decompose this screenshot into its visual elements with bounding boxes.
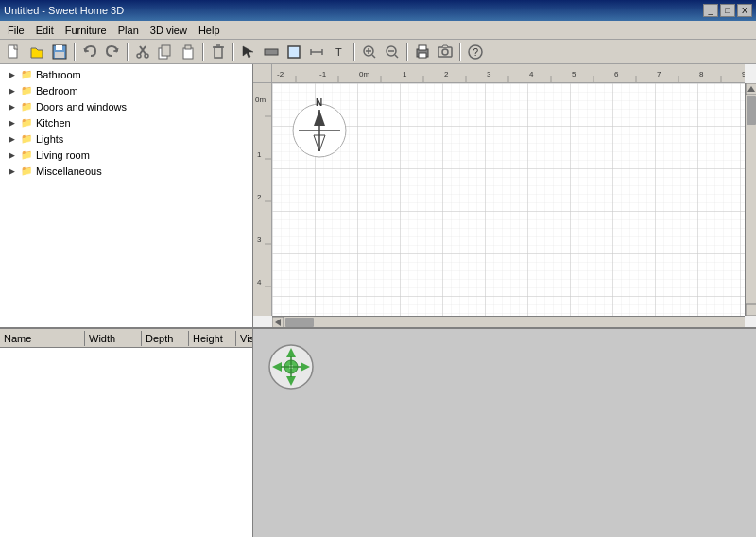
tree-toggle-living[interactable]: ▶	[4, 147, 19, 163]
tree-label-living: Living room	[36, 149, 90, 161]
help-button[interactable]: ?	[465, 42, 486, 62]
furniture-table: Name Width Depth Height Visible	[0, 329, 252, 537]
close-button[interactable]: X	[737, 4, 752, 17]
ruler-top-svg: -2 -1 0m 1 2 3 4 5 6	[272, 64, 745, 83]
left-panel: ▶ 📁 Bathroom ▶ 📁 Bedroom ▶ 📁 Doors and w…	[0, 64, 253, 537]
col-header-depth[interactable]: Depth	[142, 331, 189, 346]
svg-text:?: ?	[473, 47, 479, 58]
svg-rect-83	[747, 96, 756, 125]
tree-item-miscellaneous[interactable]: ▶ 📁 Miscellaneous	[2, 163, 250, 179]
titlebar: Untitled - Sweet Home 3D _ □ X	[0, 0, 756, 21]
room-button[interactable]	[284, 42, 304, 62]
tree-label-bedroom: Bedroom	[36, 85, 78, 96]
redo-button[interactable]	[102, 42, 123, 62]
svg-text:3: 3	[487, 70, 491, 78]
vscroll-svg	[746, 83, 756, 316]
menu-edit[interactable]: Edit	[30, 23, 60, 38]
table-header: Name Width Depth Height Visible	[0, 329, 252, 348]
label-button[interactable]: T	[329, 42, 350, 62]
tree-item-bathroom[interactable]: ▶ 📁 Bathroom	[2, 66, 250, 82]
svg-rect-12	[215, 47, 222, 58]
svg-rect-29	[419, 45, 426, 50]
undo-button[interactable]	[79, 42, 100, 62]
svg-text:1: 1	[257, 150, 262, 159]
horizontal-scrollbar[interactable]	[272, 316, 745, 327]
tree-toggle-misc[interactable]: ▶	[4, 164, 19, 179]
floorplan[interactable]: -2 -1 0m 1 2 3 4 5 6	[253, 64, 756, 329]
col-header-width[interactable]: Width	[85, 331, 142, 346]
open-button[interactable]	[26, 42, 47, 62]
nav-control[interactable]	[267, 343, 315, 390]
svg-text:3: 3	[257, 235, 262, 244]
cut-button[interactable]	[132, 42, 153, 62]
sep1	[74, 43, 76, 61]
svg-rect-87	[285, 318, 314, 327]
col-header-name[interactable]: Name	[0, 331, 85, 346]
svg-text:6: 6	[614, 70, 619, 78]
tree-item-living-room[interactable]: ▶ 📁 Living room	[2, 147, 250, 163]
tree-item-bedroom[interactable]: ▶ 📁 Bedroom	[2, 82, 250, 98]
menu-furniture[interactable]: Furniture	[60, 23, 112, 38]
svg-text:5: 5	[572, 70, 576, 78]
photo-button[interactable]	[435, 42, 455, 62]
svg-text:1: 1	[403, 70, 407, 78]
svg-text:4: 4	[257, 278, 262, 286]
svg-rect-15	[265, 49, 278, 55]
col-header-visible[interactable]: Visible	[236, 331, 252, 346]
svg-rect-84	[746, 304, 756, 316]
svg-rect-61	[253, 83, 272, 316]
menubar: File Edit Furniture Plan 3D view Help	[0, 21, 756, 40]
tree-toggle-bathroom[interactable]: ▶	[4, 67, 19, 82]
ruler-left: 0m 1 2 3 4 5	[253, 83, 272, 316]
menu-help[interactable]: Help	[193, 23, 226, 38]
zoom-in-button[interactable]	[359, 42, 380, 62]
tree-toggle-bedroom[interactable]: ▶	[4, 83, 19, 98]
col-header-height[interactable]: Height	[189, 331, 236, 346]
tree-label-misc: Miscellaneous	[36, 165, 102, 177]
tree-item-kitchen[interactable]: ▶ 📁 Kitchen	[2, 114, 250, 130]
new-button[interactable]	[4, 42, 25, 62]
grid-area[interactable]: N	[272, 83, 745, 316]
wall-button[interactable]	[261, 42, 282, 62]
nav-control-svg	[267, 343, 315, 390]
tree-toggle-lights[interactable]: ▶	[4, 131, 19, 147]
menu-3dview[interactable]: 3D view	[145, 23, 193, 38]
vertical-scrollbar[interactable]	[745, 83, 756, 316]
hscroll-svg	[272, 317, 745, 328]
print-button[interactable]	[412, 42, 433, 62]
toolbar: T ?	[0, 40, 756, 64]
sep3	[202, 43, 204, 61]
svg-rect-2	[56, 45, 62, 50]
view-3d[interactable]	[253, 329, 756, 537]
maximize-button[interactable]: □	[720, 4, 735, 17]
menu-plan[interactable]: Plan	[112, 23, 145, 38]
folder-icon-bedroom: 📁	[19, 83, 34, 98]
svg-rect-10	[183, 48, 193, 59]
svg-rect-9	[162, 45, 170, 56]
menu-file[interactable]: File	[2, 23, 30, 38]
paste-button[interactable]	[178, 42, 198, 62]
svg-rect-30	[419, 53, 426, 58]
svg-point-6	[137, 54, 141, 58]
save-button[interactable]	[49, 42, 70, 62]
svg-text:2: 2	[257, 193, 262, 201]
tree-item-lights[interactable]: ▶ 📁 Lights	[2, 130, 250, 147]
tree-toggle-doors[interactable]: ▶	[4, 99, 19, 114]
minimize-button[interactable]: _	[703, 4, 718, 17]
furniture-tree[interactable]: ▶ 📁 Bathroom ▶ 📁 Bedroom ▶ 📁 Doors and w…	[0, 64, 252, 329]
svg-text:0m: 0m	[359, 70, 369, 78]
svg-text:0m: 0m	[255, 95, 266, 104]
zoom-out-button[interactable]	[382, 42, 403, 62]
tree-label-lights: Lights	[36, 133, 63, 145]
delete-button[interactable]	[208, 42, 229, 62]
tree-label-kitchen: Kitchen	[36, 117, 71, 129]
copy-button[interactable]	[155, 42, 176, 62]
dimension-button[interactable]	[306, 42, 327, 62]
svg-text:9: 9	[742, 70, 745, 78]
select-button[interactable]	[238, 42, 259, 62]
svg-point-7	[145, 54, 148, 58]
window-controls: _ □ X	[703, 4, 752, 17]
tree-item-doors-windows[interactable]: ▶ 📁 Doors and windows	[2, 98, 250, 114]
tree-toggle-kitchen[interactable]: ▶	[4, 115, 19, 130]
folder-icon-misc: 📁	[19, 164, 34, 179]
